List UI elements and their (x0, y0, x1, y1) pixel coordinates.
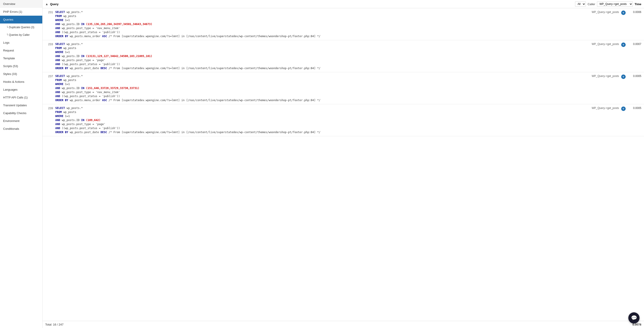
sidebar-item-queries[interactable]: Queries (0, 16, 42, 24)
caller-column-header: Caller (588, 2, 595, 6)
expand-button[interactable]: + (621, 10, 626, 15)
query-number: 237 (45, 74, 53, 78)
query-code: SELECT wp_posts.* FROM wp_posts WHERE 1=… (55, 42, 581, 70)
sidebar-item-styles[interactable]: Styles (33) (0, 70, 42, 78)
sidebar-item-languages[interactable]: Languages (0, 86, 42, 94)
main-content: ▲ Query All Caller WP_Query->get_posts T… (42, 0, 644, 328)
query-time-value: 0.0006 (628, 10, 641, 14)
sidebar-item-php-errors[interactable]: PHP Errors (1) (0, 8, 42, 16)
table-row: 237SELECT wp_posts.* FROM wp_posts WHERE… (42, 72, 644, 104)
time-column-header: Time (634, 2, 641, 6)
query-caller-value: WP_Query->get_posts (583, 74, 619, 78)
sidebar: OverviewPHP Errors (1)Queries└ Duplicate… (0, 0, 42, 328)
sidebar-item-http-api-calls[interactable]: HTTP API Calls (1) (0, 94, 42, 101)
table-row: 233SELECT wp_posts.* FROM wp_posts WHERE… (42, 40, 644, 72)
query-code: SELECT wp_posts.* FROM wp_posts WHERE 1=… (55, 10, 581, 38)
query-time-value: 0.0005 (628, 74, 641, 78)
filter-select[interactable]: All (575, 1, 586, 7)
sidebar-item-conditionals[interactable]: Conditionals (0, 125, 42, 133)
query-time-value: 0.0005 (628, 106, 641, 110)
query-caller-value: WP_Query->get_posts (583, 10, 619, 14)
sidebar-item-capability-checks[interactable]: Capability Checks (0, 109, 42, 117)
query-time-value: 0.0007 (628, 42, 641, 46)
footer-total: Total: 16 / 247 (45, 323, 64, 326)
sidebar-item-hooks-actions[interactable]: Hooks & Actions (0, 78, 42, 86)
sort-icon[interactable]: ▲ (45, 2, 48, 6)
sidebar-item-environment[interactable]: Environment (0, 117, 42, 125)
table-row: 239SELECT wp_posts.* FROM wp_posts WHERE… (42, 104, 644, 136)
sidebar-item-queries-by-caller[interactable]: └ Queries by Caller (0, 31, 42, 39)
sidebar-item-template[interactable]: Template (0, 54, 42, 62)
query-column-header: Query (50, 2, 573, 6)
footer-bar: Total: 16 / 247 0.0078 (42, 321, 644, 328)
query-number: 239 (45, 106, 53, 110)
query-caller-value: WP_Query->get_posts (583, 106, 619, 110)
expand-button[interactable]: + (621, 74, 626, 79)
sidebar-item-logs[interactable]: Logs (0, 39, 42, 46)
sidebar-item-transient-updates[interactable]: Transient Updates (0, 101, 42, 109)
expand-button[interactable]: + (621, 42, 626, 47)
expand-button[interactable]: + (621, 106, 626, 111)
header-bar: ▲ Query All Caller WP_Query->get_posts T… (42, 0, 644, 8)
query-code: SELECT wp_posts.* FROM wp_posts WHERE 1=… (55, 106, 581, 134)
table-row: 231SELECT wp_posts.* FROM wp_posts WHERE… (42, 8, 644, 40)
sidebar-item-overview[interactable]: Overview (0, 0, 42, 8)
chat-bubble[interactable]: 💬 (628, 312, 640, 324)
sidebar-item-duplicate-queries[interactable]: └ Duplicate Queries (3) (0, 24, 42, 31)
query-number: 233 (45, 42, 53, 46)
query-number: 231 (45, 10, 53, 14)
query-list: 231SELECT wp_posts.* FROM wp_posts WHERE… (42, 8, 644, 321)
query-code: SELECT wp_posts.* FROM wp_posts WHERE 1=… (55, 74, 581, 102)
caller-filter-select[interactable]: WP_Query->get_posts (597, 1, 633, 7)
sidebar-item-request[interactable]: Request (0, 46, 42, 54)
sidebar-item-scripts[interactable]: Scripts (53) (0, 62, 42, 70)
filter-group: All (575, 1, 586, 7)
query-caller-value: WP_Query->get_posts (583, 42, 619, 46)
